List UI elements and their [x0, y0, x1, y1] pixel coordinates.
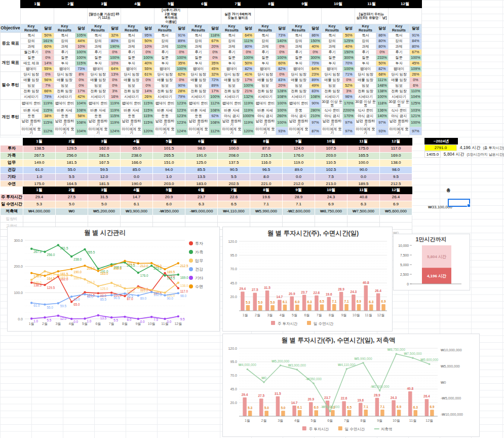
okr-achievement-cell[interactable]: 123%	[176, 119, 188, 127]
weekly-value-cell[interactable]	[153, 215, 185, 223]
okr-achievement-cell[interactable]: 32%	[209, 71, 221, 77]
time-value-cell[interactable]: 1.0	[23, 174, 56, 181]
okr-achievement-cell[interactable]: 64%	[309, 66, 322, 71]
okr-kr-cell[interactable]: 강의	[255, 38, 276, 44]
okr-achievement-cell[interactable]: 115%	[142, 107, 154, 113]
okr-achievement-cell[interactable]: 108%	[75, 119, 88, 127]
summary-year-header[interactable]: ~2024년	[424, 138, 458, 144]
okr-achievement-cell[interactable]: 91%	[410, 32, 422, 38]
okr-achievement-cell[interactable]: 50%	[142, 38, 154, 44]
okr-achievement-cell[interactable]: 104%	[75, 127, 88, 135]
okr-kr-cell[interactable]: 질문	[221, 55, 243, 60]
okr-achievement-cell[interactable]: 112%	[209, 127, 221, 135]
okr-kr-cell[interactable]: 과제	[121, 44, 142, 49]
chart-10k-hours-progress[interactable]: 1만시간까지02,5005,0007,50010,0004,196 시간5,80…	[393, 234, 470, 290]
okr-achievement-cell[interactable]: 17%	[75, 88, 88, 94]
okr-achievement-cell[interactable]: 0%	[209, 55, 221, 60]
weekly-value-cell[interactable]	[218, 215, 250, 223]
okr-kr-cell[interactable]: 강의	[288, 38, 309, 44]
time-value-cell[interactable]: 181.5	[56, 160, 88, 167]
okr-kr-cell[interactable]: 야식 금지	[221, 113, 243, 119]
weekly-month-header[interactable]: 11월	[347, 187, 380, 194]
okr-kr-cell[interactable]: 과제	[255, 44, 276, 49]
okr-achievement-cell[interactable]: 44%	[75, 38, 88, 44]
time-value-cell[interactable]: 162.0	[88, 145, 121, 153]
okr-kr-cell[interactable]: 팸데이 준비	[154, 99, 176, 107]
okr-kr-cell[interactable]: 단지 임장	[322, 71, 343, 77]
okr-kr-cell[interactable]: 전화 임장	[88, 88, 109, 94]
time-month-header[interactable]: 8월	[250, 138, 283, 145]
okr-kr-cell[interactable]: 후기	[188, 49, 209, 55]
okr-kr-cell[interactable]: 임보	[154, 83, 176, 88]
okr-achievement-cell[interactable]: 80%	[410, 44, 422, 49]
okr-achievement-cell[interactable]: 55%	[42, 66, 54, 71]
weekly-value-cell[interactable]: 5.3	[23, 201, 56, 208]
okr-achievement-cell[interactable]: 190%	[109, 44, 121, 49]
time-value-cell[interactable]: 59.5	[88, 167, 121, 174]
okr-achievement-cell[interactable]: 125%	[343, 38, 355, 44]
time-value-cell[interactable]: 7.5	[315, 174, 347, 181]
okr-kr-cell[interactable]: 아이에게 웃기	[121, 127, 142, 135]
okr-achievement-cell[interactable]: 70%	[309, 60, 322, 66]
time-month-header[interactable]: 11월	[347, 138, 380, 145]
weekly-value-cell[interactable]: ₩5,200,000	[88, 208, 121, 215]
okr-achievement-cell[interactable]: 0%	[309, 49, 322, 55]
time-value-cell[interactable]: 165.5	[347, 153, 380, 160]
okr-achievement-cell[interactable]: 0%	[142, 83, 154, 88]
okr-achievement-cell[interactable]: 82%	[243, 66, 255, 71]
okr-achievement-cell[interactable]: 119%	[109, 99, 121, 107]
okr-kr-cell[interactable]: 매물 임장	[88, 77, 109, 83]
time-value-cell[interactable]: 119.0	[283, 160, 315, 167]
okr-kr-cell[interactable]: 팸데이	[221, 66, 243, 71]
okr-kr-cell[interactable]: 질문	[355, 55, 376, 60]
okr-achievement-cell[interactable]: 10%	[109, 60, 121, 66]
okr-kr-cell[interactable]: 매물 임장	[288, 77, 309, 83]
okr-achievement-cell[interactable]: 38%	[42, 113, 54, 119]
time-value-cell[interactable]: 5.5	[56, 174, 88, 181]
okr-kr-cell[interactable]: 남편 응원하기	[322, 119, 343, 127]
okr-achievement-cell[interactable]: 16%	[109, 94, 121, 99]
okr-achievement-cell[interactable]: 100%	[343, 66, 355, 71]
okr-kr-cell[interactable]: 매도 체크	[21, 60, 42, 66]
time-month-header[interactable]: 12월	[380, 138, 412, 145]
okr-kr-cell[interactable]: 질문	[21, 55, 42, 60]
okr-achievement-cell[interactable]: 0%	[42, 49, 54, 55]
okr-kr-cell[interactable]: 독서	[288, 32, 309, 38]
okr-kr-cell[interactable]: 단지 임장	[389, 71, 410, 77]
okr-kr-cell[interactable]: 독서	[389, 32, 410, 38]
okr-kr-cell[interactable]: 질문	[255, 55, 276, 60]
okr-achievement-cell[interactable]: 89%	[309, 77, 322, 83]
okr-achievement-cell[interactable]: 10%	[75, 44, 88, 49]
okr-kr-cell[interactable]: 후기	[121, 49, 142, 55]
okr-kr-cell[interactable]: 단지 임장	[221, 71, 243, 77]
okr-achievement-cell[interactable]: 0%	[42, 55, 54, 60]
weekly-value-cell[interactable]	[380, 215, 412, 223]
okr-kr-cell[interactable]: 매물 임장	[389, 77, 410, 83]
okr-achievement-cell[interactable]: 80%	[109, 38, 121, 44]
okr-kr-cell[interactable]: 남편 응원하기	[188, 119, 209, 127]
weekly-value-cell[interactable]: 14.7	[121, 194, 153, 201]
okr-kr-cell[interactable]: 후기	[88, 49, 109, 55]
okr-month-header[interactable]: 2월	[54, 1, 88, 8]
okr-achievement-cell[interactable]: 0%	[176, 77, 188, 83]
okr-achievement-cell[interactable]: 83%	[276, 77, 288, 83]
okr-achievement-cell[interactable]: 150%	[343, 49, 355, 55]
okr-achievement-cell[interactable]: 97%	[376, 119, 389, 127]
time-value-cell[interactable]: 13.5	[185, 174, 218, 181]
weekly-value-cell[interactable]	[283, 215, 315, 223]
okr-achievement-cell[interactable]: 0%	[276, 44, 288, 49]
okr-achievement-cell[interactable]: 104%	[410, 94, 422, 99]
okr-kr-cell[interactable]: 매물 임장	[255, 77, 276, 83]
okr-achievement-cell[interactable]: 35%	[176, 60, 188, 66]
okr-achievement-cell[interactable]: 110%	[410, 88, 422, 94]
weekly-value-cell[interactable]: ₩0	[56, 208, 88, 215]
okr-kr-cell[interactable]: 전화 임장	[355, 88, 376, 94]
okr-kr-cell[interactable]: 야식 금지	[322, 113, 343, 119]
okr-kr-cell[interactable]: 팸데이	[188, 66, 209, 71]
okr-kr-cell[interactable]: 임보	[389, 83, 410, 88]
time-value-cell[interactable]: 102.5	[315, 167, 347, 174]
okr-kr-cell[interactable]: 임보	[121, 83, 142, 88]
time-month-header[interactable]: 5월	[153, 138, 185, 145]
okr-kr-cell[interactable]: 단지 임장	[255, 71, 276, 77]
weekly-month-header[interactable]: 4월	[121, 187, 153, 194]
